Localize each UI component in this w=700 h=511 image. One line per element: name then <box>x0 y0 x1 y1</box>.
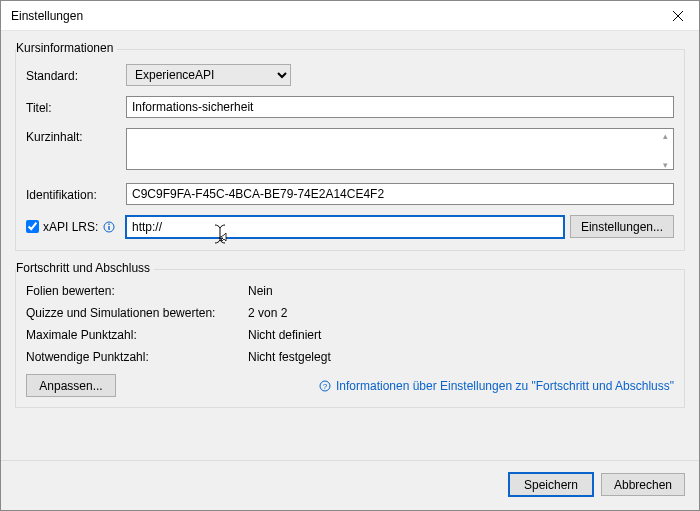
xapi-lrs-label: xAPI LRS: <box>43 220 98 234</box>
close-button[interactable] <box>657 1 699 30</box>
xapi-lrs-input[interactable] <box>126 216 564 238</box>
group-course-info: Kursinformationen Standard: ExperienceAP… <box>15 49 685 251</box>
save-button[interactable]: Speichern <box>509 473 593 496</box>
customize-button[interactable]: Anpassen... <box>26 374 116 397</box>
identifier-input[interactable] <box>126 183 674 205</box>
help-icon: ? <box>318 379 332 393</box>
standard-label: Standard: <box>26 67 126 83</box>
title-label: Titel: <box>26 99 126 115</box>
svg-text:?: ? <box>323 382 328 391</box>
help-link-text: Informationen über Einstellungen zu "For… <box>336 379 674 393</box>
slides-eval-label: Folien bewerten: <box>26 284 248 298</box>
reqscore-value: Nicht festgelegt <box>248 350 331 364</box>
lrs-settings-button[interactable]: Einstellungen... <box>570 215 674 238</box>
summary-label: Kurzinhalt: <box>26 128 126 144</box>
svg-rect-3 <box>109 223 110 224</box>
titlebar: Einstellungen <box>1 1 699 31</box>
maxscore-value: Nicht definiert <box>248 328 321 342</box>
dialog-content: Kursinformationen Standard: ExperienceAP… <box>1 31 699 460</box>
cancel-button[interactable]: Abbrechen <box>601 473 685 496</box>
dialog-footer: Speichern Abbrechen <box>1 460 699 510</box>
summary-textarea[interactable] <box>126 128 674 170</box>
window-title: Einstellungen <box>11 9 83 23</box>
scroll-down-icon[interactable]: ▾ <box>660 160 670 170</box>
xapi-lrs-checkbox[interactable] <box>26 220 39 233</box>
help-link[interactable]: ? Informationen über Einstellungen zu "F… <box>318 379 674 393</box>
quizzes-eval-value: 2 von 2 <box>248 306 287 320</box>
maxscore-label: Maximale Punktzahl: <box>26 328 248 342</box>
group-course-legend: Kursinformationen <box>16 41 117 55</box>
info-icon[interactable] <box>102 220 116 234</box>
close-icon <box>673 11 683 21</box>
title-input[interactable] <box>126 96 674 118</box>
quizzes-eval-label: Quizze und Simulationen bewerten: <box>26 306 248 320</box>
identifier-label: Identifikation: <box>26 186 126 202</box>
svg-rect-4 <box>109 226 110 230</box>
group-progress: Fortschritt und Abschluss Folien bewerte… <box>15 269 685 408</box>
reqscore-label: Notwendige Punktzahl: <box>26 350 248 364</box>
slides-eval-value: Nein <box>248 284 273 298</box>
standard-select[interactable]: ExperienceAPI <box>126 64 291 86</box>
scroll-up-icon[interactable]: ▴ <box>660 131 670 141</box>
group-progress-legend: Fortschritt und Abschluss <box>16 261 154 275</box>
